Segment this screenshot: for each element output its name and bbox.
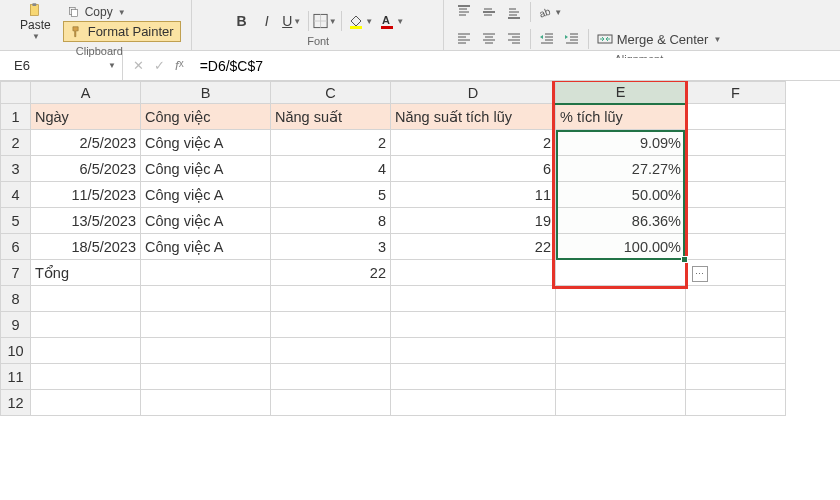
- cell-E5[interactable]: 86.36%: [556, 208, 686, 234]
- insert-function-button[interactable]: fx: [175, 58, 184, 73]
- cell-D3[interactable]: 6: [391, 156, 556, 182]
- cell-B5[interactable]: Công việc A: [141, 208, 271, 234]
- cell-B7[interactable]: [141, 260, 271, 286]
- cell-D4[interactable]: 11: [391, 182, 556, 208]
- cell-E4[interactable]: 50.00%: [556, 182, 686, 208]
- cell-E3[interactable]: 27.27%: [556, 156, 686, 182]
- cell-E8[interactable]: [556, 286, 686, 312]
- cell-A11[interactable]: [31, 364, 141, 390]
- cell-A5[interactable]: 13/5/2023: [31, 208, 141, 234]
- cell-A2[interactable]: 2/5/2023: [31, 130, 141, 156]
- cell-C9[interactable]: [271, 312, 391, 338]
- cell-B2[interactable]: Công việc A: [141, 130, 271, 156]
- cell-D9[interactable]: [391, 312, 556, 338]
- cell-E11[interactable]: [556, 364, 686, 390]
- cell-C1[interactable]: Năng suất: [271, 104, 391, 130]
- column-header-C[interactable]: C: [271, 82, 391, 104]
- cell-B10[interactable]: [141, 338, 271, 364]
- row-header-9[interactable]: 9: [1, 312, 31, 338]
- cell-D11[interactable]: [391, 364, 556, 390]
- align-middle-button[interactable]: [477, 0, 501, 24]
- row-header-7[interactable]: 7: [1, 260, 31, 286]
- cell-C5[interactable]: 8: [271, 208, 391, 234]
- cell-D10[interactable]: [391, 338, 556, 364]
- spreadsheet-grid[interactable]: ABCDEF1NgàyCông việcNăng suấtNăng suất t…: [0, 81, 840, 416]
- cell-B4[interactable]: Công việc A: [141, 182, 271, 208]
- name-box[interactable]: E6 ▼: [8, 51, 123, 80]
- cell-B8[interactable]: [141, 286, 271, 312]
- cell-B12[interactable]: [141, 390, 271, 416]
- column-header-F[interactable]: F: [686, 82, 786, 104]
- cell-D12[interactable]: [391, 390, 556, 416]
- cell-A7[interactable]: Tổng: [31, 260, 141, 286]
- cell-D8[interactable]: [391, 286, 556, 312]
- cell-F1[interactable]: [686, 104, 786, 130]
- cell-A10[interactable]: [31, 338, 141, 364]
- cell-C4[interactable]: 5: [271, 182, 391, 208]
- row-header-6[interactable]: 6: [1, 234, 31, 260]
- cell-D1[interactable]: Năng suất tích lũy: [391, 104, 556, 130]
- cell-D6[interactable]: 22: [391, 234, 556, 260]
- select-all-corner[interactable]: [1, 82, 31, 104]
- row-header-4[interactable]: 4: [1, 182, 31, 208]
- cell-E10[interactable]: [556, 338, 686, 364]
- cell-F8[interactable]: [686, 286, 786, 312]
- row-header-2[interactable]: 2: [1, 130, 31, 156]
- row-header-1[interactable]: 1: [1, 104, 31, 130]
- merge-center-button[interactable]: Merge & Center ▼: [593, 27, 726, 51]
- borders-button[interactable]: ▼: [313, 9, 337, 33]
- cell-C11[interactable]: [271, 364, 391, 390]
- font-color-button[interactable]: A ▼: [377, 9, 407, 33]
- row-header-8[interactable]: 8: [1, 286, 31, 312]
- cell-F5[interactable]: [686, 208, 786, 234]
- column-header-E[interactable]: E: [556, 82, 686, 104]
- align-center-button[interactable]: [477, 27, 501, 51]
- cell-D7[interactable]: [391, 260, 556, 286]
- column-header-D[interactable]: D: [391, 82, 556, 104]
- cell-C12[interactable]: [271, 390, 391, 416]
- align-bottom-button[interactable]: [502, 0, 526, 24]
- cell-A4[interactable]: 11/5/2023: [31, 182, 141, 208]
- cell-D5[interactable]: 19: [391, 208, 556, 234]
- cell-F12[interactable]: [686, 390, 786, 416]
- formula-input[interactable]: [194, 58, 840, 74]
- cell-D2[interactable]: 2: [391, 130, 556, 156]
- cell-F9[interactable]: [686, 312, 786, 338]
- align-top-button[interactable]: [452, 0, 476, 24]
- cell-B1[interactable]: Công việc: [141, 104, 271, 130]
- cell-C2[interactable]: 2: [271, 130, 391, 156]
- cell-A6[interactable]: 18/5/2023: [31, 234, 141, 260]
- bold-button[interactable]: B: [230, 9, 254, 33]
- cell-F10[interactable]: [686, 338, 786, 364]
- align-left-button[interactable]: [452, 27, 476, 51]
- row-header-3[interactable]: 3: [1, 156, 31, 182]
- cell-E9[interactable]: [556, 312, 686, 338]
- cell-F4[interactable]: [686, 182, 786, 208]
- cell-A9[interactable]: [31, 312, 141, 338]
- cell-E2[interactable]: 9.09%: [556, 130, 686, 156]
- column-header-A[interactable]: A: [31, 82, 141, 104]
- cell-F3[interactable]: [686, 156, 786, 182]
- decrease-indent-button[interactable]: [535, 27, 559, 51]
- cell-C6[interactable]: 3: [271, 234, 391, 260]
- cell-F2[interactable]: [686, 130, 786, 156]
- enter-formula-button[interactable]: ✓: [154, 58, 165, 73]
- orientation-button[interactable]: ab▼: [535, 0, 565, 24]
- column-header-B[interactable]: B: [141, 82, 271, 104]
- cell-B3[interactable]: Công việc A: [141, 156, 271, 182]
- cell-A1[interactable]: Ngày: [31, 104, 141, 130]
- cell-C7[interactable]: 22: [271, 260, 391, 286]
- italic-button[interactable]: I: [255, 9, 279, 33]
- format-painter-button[interactable]: Format Painter: [63, 21, 181, 42]
- cell-A12[interactable]: [31, 390, 141, 416]
- row-header-10[interactable]: 10: [1, 338, 31, 364]
- cell-F11[interactable]: [686, 364, 786, 390]
- cell-C3[interactable]: 4: [271, 156, 391, 182]
- cell-E6[interactable]: 100.00%: [556, 234, 686, 260]
- align-right-button[interactable]: [502, 27, 526, 51]
- row-header-5[interactable]: 5: [1, 208, 31, 234]
- cell-F6[interactable]: [686, 234, 786, 260]
- cell-B11[interactable]: [141, 364, 271, 390]
- paste-button[interactable]: Paste ▼: [14, 0, 57, 43]
- cell-B9[interactable]: [141, 312, 271, 338]
